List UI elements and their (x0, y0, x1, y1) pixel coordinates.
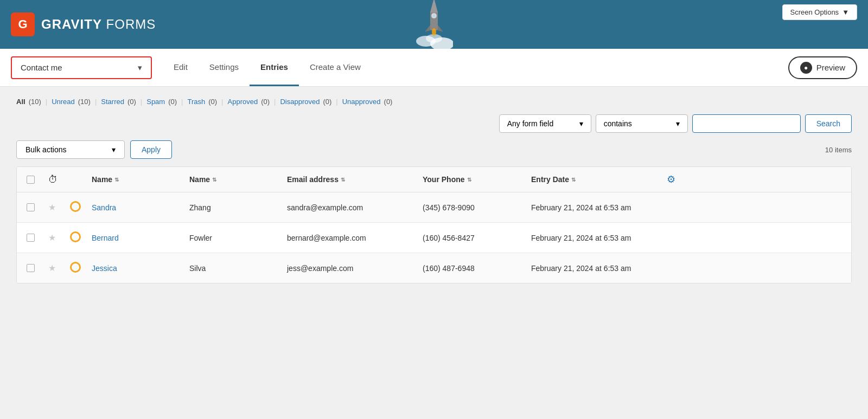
filter-starred-count: (0) (127, 98, 136, 106)
header-first-name[interactable]: Name ⇅ (87, 175, 185, 184)
condition-select-dropdown[interactable]: contains ▾ (596, 114, 688, 133)
sort-icon-first-name: ⇅ (114, 177, 119, 183)
filter-unread[interactable]: Unread (52, 98, 75, 106)
row-3-checkbox[interactable] (27, 264, 35, 272)
nav-link-edit[interactable]: Edit (163, 49, 199, 86)
nav-link-create-view[interactable]: Create a View (299, 49, 372, 86)
status-circle-icon (70, 262, 81, 273)
row-1-status (66, 201, 87, 214)
row-3-checkbox-cell (17, 264, 44, 272)
row-1-first-name-link[interactable]: Sandra (92, 203, 116, 212)
row-3-first-name[interactable]: Jessica (87, 264, 185, 273)
screen-options-button[interactable]: Screen Options ▼ (782, 4, 857, 20)
bulk-actions-dropdown[interactable]: Bulk actions ▾ (16, 140, 125, 159)
bulk-actions-arrow: ▾ (112, 145, 116, 154)
preview-eye-icon: ● (800, 62, 812, 74)
row-1-entry-date: February 21, 2024 at 6:53 am (527, 203, 662, 212)
row-3-email: jess@example.com (283, 264, 418, 273)
entries-table: ⏱ Name ⇅ Name ⇅ Email address ⇅ Your Pho… (16, 166, 852, 283)
filter-unapproved[interactable]: Unapproved (342, 98, 381, 106)
sort-icon-phone: ⇅ (467, 177, 471, 183)
actions-row: Bulk actions ▾ Apply 10 items (16, 140, 852, 159)
filter-disapproved-count: (0) (323, 98, 331, 106)
condition-select-arrow: ▾ (676, 119, 680, 128)
logo-text: GRAVITY FORMS (41, 17, 156, 32)
star-icon[interactable]: ★ (48, 233, 56, 242)
header-checkbox-cell (17, 176, 44, 184)
row-2-status (66, 231, 87, 244)
svg-marker-8 (438, 25, 443, 32)
row-3-first-name-link[interactable]: Jessica (92, 264, 117, 273)
rocket-illustration (415, 0, 453, 49)
row-3-last-name: Silva (185, 264, 283, 273)
status-circle-icon (70, 231, 81, 242)
row-2-checkbox-cell (17, 234, 44, 242)
header-last-name[interactable]: Name ⇅ (185, 175, 283, 184)
row-1-email: sandra@example.com (283, 203, 418, 212)
row-2-phone: (160) 456-8427 (418, 234, 527, 242)
filter-all-label: All (16, 98, 25, 106)
table-row: ★ Jessica Silva jess@example.com (160) 4… (17, 253, 851, 283)
logo-icon: G (11, 12, 35, 36)
filter-trash-count: (0) (208, 98, 217, 106)
row-2-first-name[interactable]: Bernard (87, 234, 185, 242)
preview-button[interactable]: ● Preview (788, 56, 857, 79)
svg-point-6 (432, 14, 436, 17)
row-1-checkbox[interactable] (27, 203, 35, 211)
header-entry-date[interactable]: Entry Date ⇅ (527, 175, 662, 184)
row-1-phone: (345) 678-9090 (418, 203, 527, 212)
status-circle-icon (70, 201, 81, 212)
filter-spam-count: (0) (168, 98, 177, 106)
svg-point-1 (430, 37, 453, 49)
row-2-entry-date: February 21, 2024 at 6:53 am (527, 234, 662, 242)
header: G GRAVITY FORMS Screen Options ▼ (0, 0, 868, 49)
table-row: ★ Sandra Zhang sandra@example.com (345) … (17, 192, 851, 223)
row-2-checkbox[interactable] (27, 234, 35, 242)
svg-marker-7 (425, 25, 430, 32)
column-settings-icon[interactable]: ⚙ (667, 174, 675, 185)
row-3-status (66, 262, 87, 274)
nav-link-settings[interactable]: Settings (199, 49, 250, 86)
svg-point-0 (416, 36, 436, 47)
search-row: Any form field ▾ contains ▾ Search (16, 114, 852, 133)
filter-unapproved-count: (0) (384, 98, 393, 106)
filter-disapproved[interactable]: Disapproved (280, 98, 320, 106)
svg-rect-3 (430, 11, 438, 30)
select-all-checkbox[interactable] (27, 176, 35, 184)
header-phone[interactable]: Your Phone ⇅ (418, 175, 527, 184)
search-button[interactable]: Search (805, 114, 852, 133)
form-selector-dropdown[interactable]: Contact me ▾ (11, 56, 152, 79)
star-icon[interactable]: ★ (48, 203, 56, 212)
svg-marker-4 (430, 0, 438, 12)
field-select-dropdown[interactable]: Any form field ▾ (499, 114, 591, 133)
condition-select-label: contains (604, 119, 632, 128)
filter-spam[interactable]: Spam (146, 98, 165, 106)
row-2-email: bernard@example.com (283, 234, 418, 242)
logo: G GRAVITY FORMS (11, 12, 156, 36)
row-1-star[interactable]: ★ (44, 202, 66, 212)
row-3-star[interactable]: ★ (44, 263, 66, 273)
form-selector-arrow: ▾ (138, 63, 142, 73)
header-gear[interactable]: ⚙ (662, 173, 690, 185)
filter-starred[interactable]: Starred (101, 98, 124, 106)
sort-icon-last-name: ⇅ (212, 177, 216, 183)
filter-trash[interactable]: Trash (187, 98, 205, 106)
header-email[interactable]: Email address ⇅ (283, 175, 418, 184)
row-1-first-name[interactable]: Sandra (87, 203, 185, 212)
search-input[interactable] (692, 114, 801, 133)
filter-approved[interactable]: Approved (228, 98, 258, 106)
sort-icon-entry-date: ⇅ (571, 177, 576, 183)
form-selector-value: Contact me (21, 63, 62, 72)
star-icon[interactable]: ★ (48, 263, 56, 273)
row-3-entry-date: February 21, 2024 at 6:53 am (527, 264, 662, 273)
row-2-star[interactable]: ★ (44, 233, 66, 243)
apply-button[interactable]: Apply (130, 140, 172, 159)
row-2-first-name-link[interactable]: Bernard (92, 234, 119, 242)
row-3-phone: (160) 487-6948 (418, 264, 527, 273)
nav-bar: Contact me ▾ Edit Settings Entries Creat… (0, 49, 868, 87)
nav-links: Edit Settings Entries Create a View (163, 49, 372, 86)
items-count: 10 items (825, 146, 852, 154)
sort-icon-email: ⇅ (341, 177, 345, 183)
nav-link-entries[interactable]: Entries (250, 49, 299, 86)
bulk-actions-label: Bulk actions (25, 145, 66, 154)
